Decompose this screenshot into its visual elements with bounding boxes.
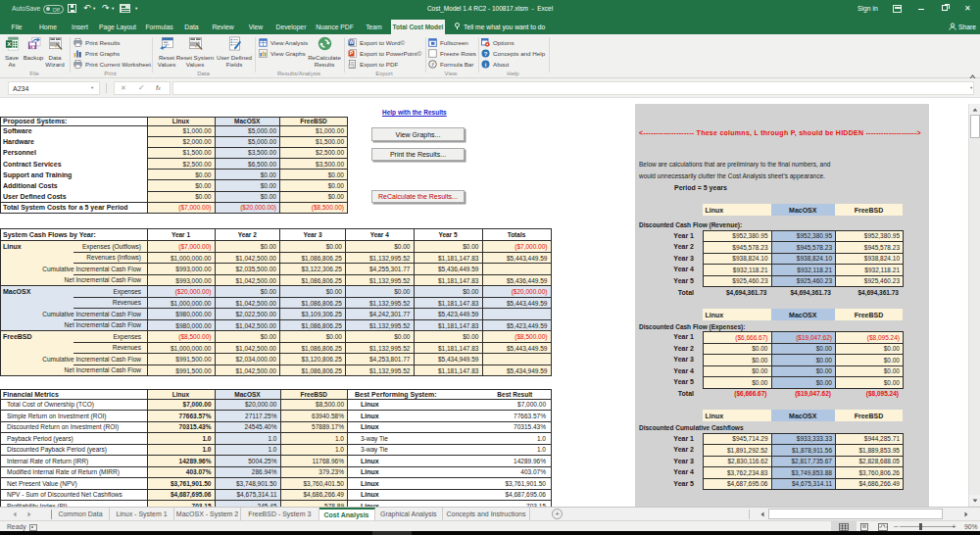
svg-text:W: W: [349, 39, 354, 45]
svg-text:?: ?: [484, 51, 488, 57]
svg-text:f: f: [432, 62, 434, 68]
